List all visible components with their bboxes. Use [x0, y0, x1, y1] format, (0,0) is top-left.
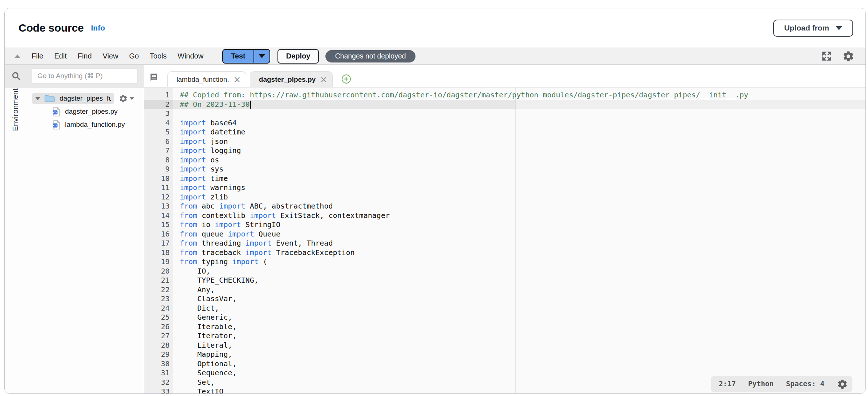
- deploy-button[interactable]: Deploy: [277, 49, 319, 64]
- line-number[interactable]: 8: [144, 155, 173, 165]
- code-line-text[interactable]: from traceback import TracebackException: [173, 248, 865, 258]
- code-line-29[interactable]: 29 Mapping,: [144, 350, 865, 359]
- menu-item-file[interactable]: File: [32, 52, 43, 60]
- code-line-text[interactable]: [173, 109, 865, 118]
- code-line-8[interactable]: 8import os: [144, 155, 865, 165]
- line-number[interactable]: 13: [144, 202, 173, 211]
- line-number[interactable]: 2: [144, 100, 173, 109]
- line-number[interactable]: 26: [144, 322, 173, 332]
- code-line-text[interactable]: IO,: [173, 267, 865, 276]
- line-number[interactable]: 14: [144, 211, 173, 221]
- collapse-panel-icon[interactable]: [14, 54, 21, 58]
- line-number[interactable]: 33: [144, 387, 173, 394]
- menu-item-edit[interactable]: Edit: [54, 52, 66, 60]
- code-line-18[interactable]: 18from traceback import TracebackExcepti…: [144, 248, 865, 258]
- editor-settings-gear-icon[interactable]: [837, 379, 848, 390]
- code-line-text[interactable]: import datetime: [173, 128, 865, 137]
- code-line-22[interactable]: 22 Any,: [144, 285, 865, 295]
- upload-from-button[interactable]: Upload from: [773, 20, 853, 37]
- code-line-2[interactable]: 2## On 2023-11-30: [144, 100, 865, 109]
- tab-list-icon[interactable]: [149, 72, 159, 81]
- code-line-text[interactable]: ClassVar,: [173, 294, 865, 304]
- code-line-7[interactable]: 7import logging: [144, 146, 865, 155]
- code-line-19[interactable]: 19from typing import (: [144, 257, 865, 267]
- menu-item-view[interactable]: View: [103, 52, 118, 60]
- line-number[interactable]: 20: [144, 267, 173, 276]
- test-options-button[interactable]: [253, 50, 269, 63]
- line-number[interactable]: 9: [144, 165, 173, 174]
- test-button[interactable]: Test: [223, 50, 253, 63]
- folder-disclosure-icon[interactable]: [35, 97, 40, 100]
- code-line-text[interactable]: from abc import ABC, abstractmethod: [173, 202, 865, 211]
- code-line-5[interactable]: 5import datetime: [144, 128, 865, 137]
- new-tab-button[interactable]: [341, 74, 351, 84]
- goto-anything-input[interactable]: [32, 68, 138, 84]
- menu-item-find[interactable]: Find: [78, 52, 92, 60]
- menu-item-window[interactable]: Window: [178, 52, 203, 60]
- code-line-text[interactable]: from typing import (: [173, 257, 865, 267]
- code-line-text[interactable]: from queue import Queue: [173, 230, 865, 239]
- code-line-text[interactable]: Dict,: [173, 304, 865, 313]
- folder-item[interactable]: dagster_pipes_funct: [32, 93, 114, 104]
- test-split-button[interactable]: Test: [222, 49, 270, 64]
- line-number[interactable]: 18: [144, 248, 173, 258]
- fullscreen-icon[interactable]: [822, 51, 832, 61]
- tab-dagster_pipes-py[interactable]: dagster_pipes.py×: [250, 71, 333, 87]
- code-line-text[interactable]: import zlib: [173, 193, 865, 202]
- line-number[interactable]: 21: [144, 276, 173, 285]
- line-number[interactable]: 27: [144, 331, 173, 341]
- code-line-text[interactable]: ## On 2023-11-30: [173, 100, 865, 109]
- info-link[interactable]: Info: [91, 24, 105, 32]
- code-line-text[interactable]: ## Copied from: https://raw.githubuserco…: [173, 90, 865, 100]
- code-line-21[interactable]: 21 TYPE_CHECKING,: [144, 276, 865, 285]
- folder-settings-button[interactable]: [119, 94, 134, 103]
- line-number[interactable]: 31: [144, 368, 173, 378]
- code-line-text[interactable]: Iterable,: [173, 322, 865, 332]
- code-line-20[interactable]: 20 IO,: [144, 267, 865, 276]
- code-line-11[interactable]: 11import warnings: [144, 183, 865, 193]
- code-line-text[interactable]: from io import StringIO: [173, 220, 865, 230]
- line-number[interactable]: 3: [144, 109, 173, 118]
- line-number[interactable]: 6: [144, 137, 173, 146]
- line-number[interactable]: 22: [144, 285, 173, 295]
- code-line-28[interactable]: 28 Literal,: [144, 341, 865, 350]
- line-number[interactable]: 11: [144, 183, 173, 193]
- line-number[interactable]: 28: [144, 341, 173, 350]
- code-line-15[interactable]: 15from io import StringIO: [144, 220, 865, 230]
- code-line-text[interactable]: import sys: [173, 165, 865, 174]
- code-line-17[interactable]: 17from threading import Event, Thread: [144, 239, 865, 248]
- line-number[interactable]: 12: [144, 193, 173, 202]
- tab-lambda_function-[interactable]: lambda_function.×: [167, 71, 246, 87]
- line-number[interactable]: 16: [144, 230, 173, 239]
- file-lambda_function.py[interactable]: lambda_function.py: [26, 118, 144, 131]
- line-number[interactable]: 5: [144, 128, 173, 137]
- code-line-text[interactable]: import time: [173, 174, 865, 183]
- code-line-4[interactable]: 4import base64: [144, 118, 865, 128]
- line-number[interactable]: 29: [144, 350, 173, 359]
- code-line-14[interactable]: 14from contextlib import ExitStack, cont…: [144, 211, 865, 221]
- code-line-26[interactable]: 26 Iterable,: [144, 322, 865, 332]
- line-number[interactable]: 19: [144, 257, 173, 267]
- search-icon[interactable]: [11, 71, 21, 81]
- line-number[interactable]: 15: [144, 220, 173, 230]
- code-line-6[interactable]: 6import json: [144, 137, 865, 146]
- code-line-10[interactable]: 10import time: [144, 174, 865, 183]
- cursor-position[interactable]: 2:17: [719, 379, 736, 389]
- code-line-text[interactable]: Iterator,: [173, 331, 865, 341]
- line-number[interactable]: 7: [144, 146, 173, 155]
- code-line-text[interactable]: Optional,: [173, 359, 865, 369]
- line-number[interactable]: 10: [144, 174, 173, 183]
- code-line-30[interactable]: 30 Optional,: [144, 359, 865, 369]
- line-number[interactable]: 24: [144, 304, 173, 313]
- code-line-text[interactable]: Any,: [173, 285, 865, 295]
- code-line-text[interactable]: import json: [173, 137, 865, 146]
- code-line-text[interactable]: import os: [173, 155, 865, 165]
- line-number[interactable]: 25: [144, 313, 173, 322]
- code-line-text[interactable]: import base64: [173, 118, 865, 128]
- line-number[interactable]: 4: [144, 118, 173, 128]
- code-line-13[interactable]: 13from abc import ABC, abstractmethod: [144, 202, 865, 211]
- menu-item-tools[interactable]: Tools: [150, 52, 167, 60]
- line-number[interactable]: 32: [144, 378, 173, 387]
- language-mode[interactable]: Python: [748, 379, 774, 389]
- close-icon[interactable]: ×: [320, 75, 327, 84]
